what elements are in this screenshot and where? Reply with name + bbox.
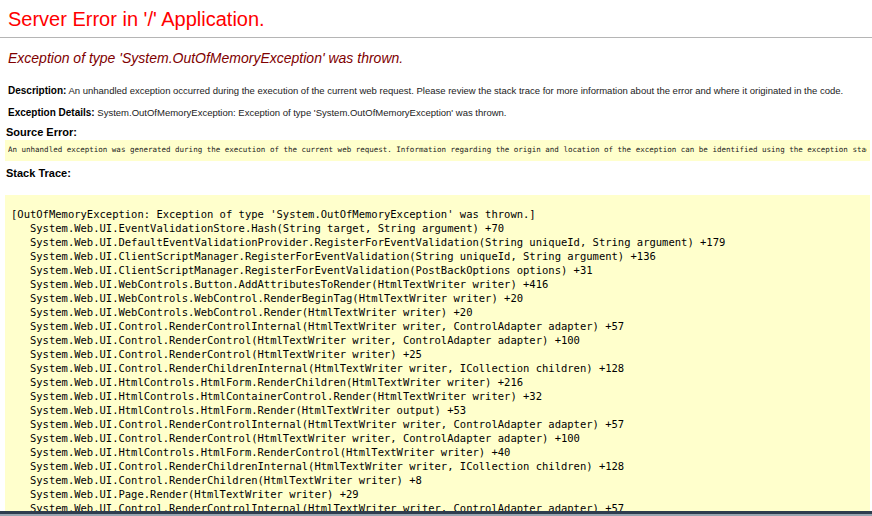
server-error-page: Server Error in '/' Application. Excepti… bbox=[0, 0, 872, 516]
source-error-label: Source Error: bbox=[6, 126, 864, 138]
exception-details-text: System.OutOfMemoryException: Exception o… bbox=[97, 107, 506, 118]
stack-trace-text: [OutOfMemoryException: Exception of type… bbox=[11, 207, 866, 515]
exception-subtitle: Exception of type 'System.OutOfMemoryExc… bbox=[8, 50, 864, 67]
source-error-box: An unhandled exception was generated dur… bbox=[5, 140, 870, 161]
stack-trace-label: Stack Trace: bbox=[6, 167, 864, 179]
viewport-bottom-edge bbox=[0, 511, 872, 516]
description-line: Description: An unhandled exception occu… bbox=[8, 85, 864, 97]
page-title: Server Error in '/' Application. bbox=[8, 7, 864, 31]
exception-details-label: Exception Details: bbox=[8, 107, 95, 118]
title-divider bbox=[0, 37, 872, 38]
description-text: An unhandled exception occurred during t… bbox=[68, 85, 843, 96]
stack-trace-box: [OutOfMemoryException: Exception of type… bbox=[5, 195, 870, 516]
source-error-text: An unhandled exception was generated dur… bbox=[8, 145, 867, 155]
exception-details-line: Exception Details: System.OutOfMemoryExc… bbox=[8, 107, 864, 119]
description-label: Description: bbox=[8, 85, 66, 96]
